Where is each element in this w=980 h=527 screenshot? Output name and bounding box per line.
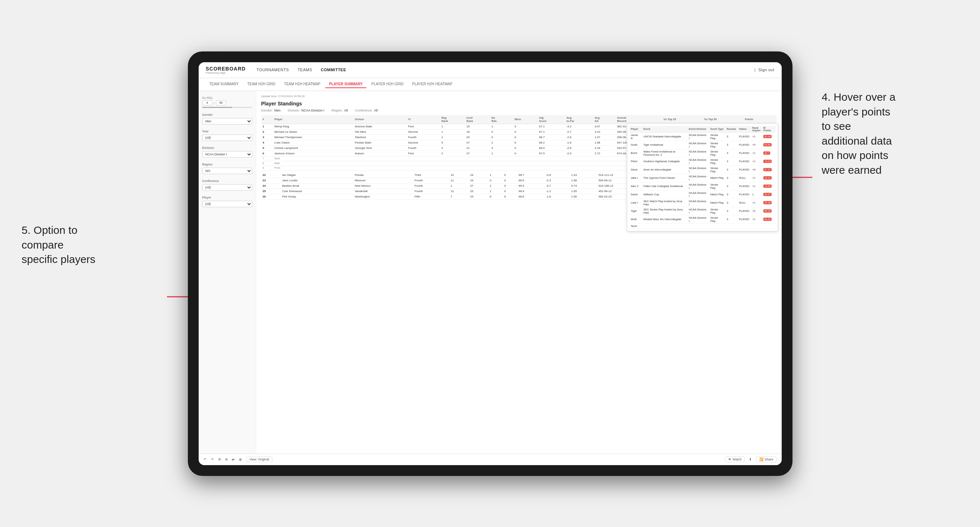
tooltip-col-player: Player — [630, 126, 642, 133]
update-time: Update time: 27/01/2024 16:56:26 — [261, 95, 378, 98]
gender-select[interactable]: Men — [202, 118, 252, 124]
wins-cell: 0 — [513, 135, 538, 140]
wins-cell: 0 — [513, 145, 538, 151]
tab-team-summary[interactable]: TEAM SUMMARY — [206, 81, 243, 88]
conf-rank-cell: 21 — [465, 145, 490, 151]
player-cell: Christo Lamprecht — [273, 145, 353, 151]
tooltip-row: Phich Southern Highlands Collegiate NCAA… — [630, 157, 776, 165]
sidebar: No Rds. - Gender Men — [199, 91, 256, 454]
sidebar-division: Division NCAA Division I — [202, 146, 252, 157]
no-rds-cell: 2 — [490, 145, 513, 151]
settings-button[interactable]: ⚙ — [218, 457, 221, 461]
player-select[interactable]: (All) — [202, 201, 252, 207]
tooltip-row: Gorib Tiger Invitational NCAA Division I… — [630, 141, 776, 149]
no-rds-cell: 1 — [490, 151, 513, 156]
tab-team-h2h-heatmap[interactable]: TEAM H2H HEATMAP — [280, 81, 324, 88]
no-rds-cell: 2 — [490, 140, 513, 145]
logo-sub: Powered by clippi — [206, 71, 246, 74]
nav-committee[interactable]: COMMITTEE — [321, 66, 346, 73]
no-rds-slider[interactable] — [202, 107, 252, 108]
adj-score-cell: 68.2 — [538, 140, 565, 145]
school-cell: Arizona State — [353, 124, 407, 129]
undo-button[interactable]: ↶ — [204, 457, 207, 461]
yr-cell: Fourth — [407, 145, 440, 151]
page-title: Player Standings — [261, 101, 378, 106]
yr-cell: First — [407, 124, 440, 129]
no-rds-cell: 0 — [490, 129, 513, 135]
col-adj-score: Adj.Score — [538, 115, 565, 124]
rank-cell: 2 — [261, 129, 273, 135]
logo-area: SCOREBOARD Powered by clippi — [206, 66, 246, 74]
merge-button[interactable]: ⇄ — [232, 457, 235, 461]
tooltip-row: Luke I SEC Match Play hosted by Jerry Pa… — [630, 198, 776, 207]
tooltip-col-event: Event — [642, 126, 687, 133]
conf-rank-cell: 27 — [465, 151, 490, 156]
tooltip-col-rank: RankImpact — [751, 126, 762, 133]
nav-tournaments[interactable]: TOURNAMENTS — [257, 66, 289, 73]
avg-sg-cell: 2.34 — [593, 145, 616, 151]
tooltip-row: Brent Wake Forest Invitational at Pinehu… — [630, 149, 776, 157]
division-select[interactable]: NCAA Division I — [202, 151, 252, 157]
tooltip-row: Alex C Fallen Oak Collegiate Invitationa… — [630, 182, 776, 190]
year-select[interactable]: (All) — [202, 135, 252, 141]
school-cell: Ole Miss — [353, 129, 407, 135]
avg-sg-cell: 3.10 — [593, 129, 616, 135]
conf-rank-cell: 20 — [465, 135, 490, 140]
avg-to-par-cell: -2.6 — [565, 135, 593, 140]
no-rds-cell: 0 — [490, 135, 513, 140]
clock-button[interactable]: ◍ — [239, 457, 242, 461]
no-rds-cell: 1 — [490, 124, 513, 129]
yr-cell: First — [407, 151, 440, 156]
top-nav: SCOREBOARD Powered by clippi TOURNAMENTS… — [199, 62, 782, 78]
reg-rank-cell: 1 — [440, 124, 465, 129]
school-cell: Auburn — [353, 151, 407, 156]
tooltip-row: Siene Amer An Intercollegiate NCAA Divis… — [630, 165, 776, 174]
avg-sg-cell: 2.72 — [593, 151, 616, 156]
sign-out-link[interactable]: Sign out — [758, 66, 774, 73]
tab-player-h2h-heatmap[interactable]: PLAYER H2H HEATMAP — [409, 81, 456, 88]
filter-region: Region: All — [331, 109, 348, 112]
nav-teams[interactable]: TEAMS — [298, 66, 312, 73]
share-button[interactable]: 🔁 Share — [756, 457, 776, 462]
watch-button[interactable]: 👁 Watch — [725, 457, 745, 462]
region-select[interactable]: N/A — [202, 168, 252, 174]
nav-links: TOURNAMENTS TEAMS COMMITTEE — [257, 66, 755, 73]
redo-button[interactable]: ↷ — [211, 457, 214, 461]
yr-cell: Fourth — [407, 135, 440, 140]
copy-button[interactable]: ⧉ — [225, 457, 228, 462]
col-player: Player — [273, 115, 353, 124]
conference-select[interactable]: (All) — [202, 184, 252, 190]
download-button[interactable]: ⬇ — [749, 457, 752, 461]
player-cell: Wenyi Ding — [273, 124, 353, 129]
tooltip-col-wpoints: W Points — [762, 126, 776, 133]
tab-team-h2h-grid[interactable]: TEAM H2H GRID — [243, 81, 279, 88]
filter-conference: Conference: All — [355, 109, 377, 112]
conference-label: Conference — [202, 179, 252, 183]
school-cell: Stanford — [353, 135, 407, 140]
nav-right: | Sign out — [755, 66, 775, 73]
sidebar-gender: Gender Men — [202, 113, 252, 124]
player-cell: Michael Thorbjornsen — [273, 135, 353, 140]
player-cell: Luke Claton — [273, 140, 353, 145]
adj-score-cell: 67.1 — [538, 124, 565, 129]
view-original-button[interactable]: View: Original — [246, 457, 272, 462]
sidebar-year: Year (All) — [202, 130, 252, 141]
tab-player-summary[interactable]: PLAYER SUMMARY — [325, 81, 366, 88]
sidebar-no-rds: No Rds. - — [202, 96, 252, 108]
tab-player-h2h-grid[interactable]: PLAYER H2H GRID — [368, 81, 407, 88]
sidebar-conference: Conference (All) — [202, 179, 252, 190]
division-label: Division — [202, 146, 252, 150]
school-cell: Florida State — [353, 140, 407, 145]
adj-score-cell: 68.7 — [538, 135, 565, 140]
adj-score-cell: 68.0 — [538, 145, 565, 151]
slider-track — [202, 107, 232, 108]
rank-cell: 3 — [261, 135, 273, 140]
no-rds-max-input[interactable] — [216, 100, 226, 105]
tablet-screen: SCOREBOARD Powered by clippi TOURNAMENTS… — [199, 62, 782, 465]
rank-cell: 6 — [261, 151, 273, 156]
tooltip-popup: Player Event Event Division Event Type R… — [627, 124, 778, 231]
tooltip-col-status: Status — [737, 126, 751, 133]
no-rds-min-input[interactable] — [202, 100, 212, 105]
yr-cell: Second — [407, 140, 440, 145]
avg-sg-cell: 1.47 — [593, 135, 616, 140]
